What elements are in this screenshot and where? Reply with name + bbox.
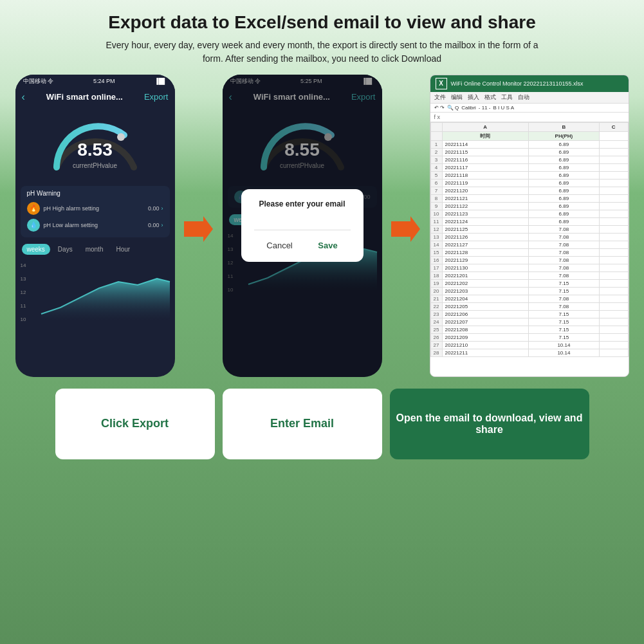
save-button[interactable]: Save xyxy=(311,239,344,252)
excel-table: A B C 时间 PH(PH) 1 20221114 xyxy=(430,122,629,357)
table-row: 5 20221118 6.89 xyxy=(430,171,628,179)
tab-hour-1[interactable]: Hour xyxy=(111,244,135,255)
bottom-labels: Click Export Enter Email Open the email … xyxy=(13,389,631,459)
excel-menu: 文件 编辑 插入 格式 工具 自动 xyxy=(430,92,629,104)
tab-days-1[interactable]: Days xyxy=(53,244,78,255)
table-row: 27 20221210 10.14 xyxy=(430,341,628,349)
click-export-label: Click Export xyxy=(101,417,169,430)
table-row: 4 20221117 6.89 xyxy=(430,163,628,171)
col-header-a: A xyxy=(442,122,528,131)
table-row: 11 20221124 6.89 xyxy=(430,217,628,225)
excel-title-bar: X WiFi Online Control Monitor 2202212131… xyxy=(430,75,629,92)
bottom-card-3: Open the email to download, view and sha… xyxy=(390,389,589,459)
gauge-1: 8.53 currentPHvalue xyxy=(44,113,147,177)
excel-screen: X WiFi Online Control Monitor 2202212131… xyxy=(430,75,629,377)
svg-point-5 xyxy=(117,133,125,141)
table-row: 22 20221205 7.08 xyxy=(430,302,628,310)
bottom-card-2: Enter Email xyxy=(223,389,382,459)
arrow-1 xyxy=(183,216,215,242)
table-row: 25 20221208 7.15 xyxy=(430,326,628,333)
menu-file[interactable]: 文件 xyxy=(434,93,446,102)
status-bar-1: 中国移动 令 5:24 PM ▐█▌ xyxy=(15,75,175,88)
export-button-1[interactable]: Export xyxy=(144,92,169,102)
col-label-ph: PH(PH) xyxy=(528,131,599,140)
alarm-icon-low: 💧 xyxy=(27,219,40,232)
excel-formula-bar: f x xyxy=(430,113,629,122)
time-1: 5:24 PM xyxy=(93,78,115,84)
page-header: Export data to Excel/send email to view … xyxy=(13,12,631,66)
table-row: 3 20221116 6.89 xyxy=(430,156,628,163)
chart-1: 1413121110 xyxy=(15,259,175,323)
open-email-label: Open the email to download, view and sha… xyxy=(396,412,583,436)
dialog-buttons: Cancel Save xyxy=(254,239,351,252)
menu-edit[interactable]: 编辑 xyxy=(451,93,463,102)
menu-format[interactable]: 格式 xyxy=(484,93,496,102)
table-row: 6 20221119 6.89 xyxy=(430,179,628,187)
table-row: 13 20221126 7.08 xyxy=(430,233,628,241)
time-tabs-1: weeks Days month Hour xyxy=(15,240,175,259)
menu-insert[interactable]: 插入 xyxy=(468,93,479,102)
battery-1: ▐█▌ xyxy=(154,78,167,84)
app-title-1: WiFi smart online... xyxy=(46,92,123,102)
tab-month-1[interactable]: month xyxy=(80,244,109,255)
table-row: 20 20221203 7.15 xyxy=(430,287,628,295)
col-label-date: 时间 xyxy=(442,131,528,140)
svg-marker-8 xyxy=(391,216,420,242)
table-row: 28 20221211 10.14 xyxy=(430,349,628,356)
table-row: 24 20221207 7.15 xyxy=(430,318,628,326)
screens-row: 中国移动 令 5:24 PM ▐█▌ ‹ WiFi smart online..… xyxy=(13,75,631,377)
menu-tools[interactable]: 工具 xyxy=(501,93,513,102)
menu-auto[interactable]: 自动 xyxy=(518,93,529,102)
table-row: 7 20221120 6.89 xyxy=(430,187,628,194)
page-title: Export data to Excel/send email to view … xyxy=(13,12,631,33)
table-row: 1 20221114 6.89 xyxy=(430,140,628,148)
table-row: 2 20221115 6.89 xyxy=(430,148,628,156)
alarm-row-high: 🔥 pH High alarm setting 0.00 › xyxy=(27,200,163,217)
table-row: 9 20221122 6.89 xyxy=(430,202,628,210)
svg-marker-6 xyxy=(184,216,213,242)
table-row: 16 20221129 7.08 xyxy=(430,256,628,264)
gauge-section-1: 8.53 currentPHvalue xyxy=(15,106,175,183)
tab-weeks-1[interactable]: weeks xyxy=(22,244,50,255)
table-row: 10 20221123 6.89 xyxy=(430,210,628,217)
table-row: 17 20221130 7.08 xyxy=(430,264,628,271)
table-row: 21 20221204 7.08 xyxy=(430,295,628,302)
carrier-1: 中国移动 令 xyxy=(23,77,54,86)
arrow-2 xyxy=(390,216,422,242)
table-row: 23 20221206 7.15 xyxy=(430,310,628,318)
bottom-card-1: Click Export xyxy=(55,389,215,459)
alarm-row-low: 💧 pH Low alarm setting 0.00 › xyxy=(27,217,163,234)
page-subtitle: Every hour, every day, every week and ev… xyxy=(104,39,541,66)
excel-toolbar: ↶ ↷ 🔍 Q Calibri - 11 - B I U S A xyxy=(430,104,629,113)
table-row: 18 20221201 7.08 xyxy=(430,271,628,279)
email-dialog: Please enter your email Cancel Save xyxy=(223,75,382,377)
excel-icon: X xyxy=(436,78,447,89)
gauge-value-1: 8.53 currentPHvalue xyxy=(73,141,117,170)
phone-header-1: ‹ WiFi smart online... Export xyxy=(15,88,175,106)
col-header-b: B xyxy=(528,122,599,131)
col-header-row xyxy=(430,122,442,131)
dialog-title: Please enter your email xyxy=(254,199,351,208)
table-row: 19 20221202 7.15 xyxy=(430,279,628,287)
phone-screen-1: 中国移动 令 5:24 PM ▐█▌ ‹ WiFi smart online..… xyxy=(15,75,175,377)
table-row: 14 20221127 7.08 xyxy=(430,241,628,248)
excel-title: WiFi Online Control Monitor 220221213110… xyxy=(451,80,584,87)
cancel-button[interactable]: Cancel xyxy=(260,239,299,252)
alarm-icon-high: 🔥 xyxy=(27,202,40,215)
col-header-c: C xyxy=(599,122,628,131)
table-row: 12 20221125 7.08 xyxy=(430,225,628,233)
chart-labels-1: 1413121110 xyxy=(21,262,26,322)
table-row: 8 20221121 6.89 xyxy=(430,194,628,202)
warning-section-1: pH Warning 🔥 pH High alarm setting 0.00 … xyxy=(21,186,170,237)
phone-screen-2: 中国移动 令 5:25 PM ▐█▌ ‹ WiFi smart online..… xyxy=(223,75,382,377)
table-row: 26 20221209 7.15 xyxy=(430,333,628,341)
enter-email-label: Enter Email xyxy=(270,417,334,430)
dialog-box: Please enter your email Cancel Save xyxy=(241,189,363,262)
table-row: 15 20221128 7.08 xyxy=(430,248,628,256)
email-input[interactable] xyxy=(254,217,351,230)
back-arrow-1[interactable]: ‹ xyxy=(22,91,25,103)
